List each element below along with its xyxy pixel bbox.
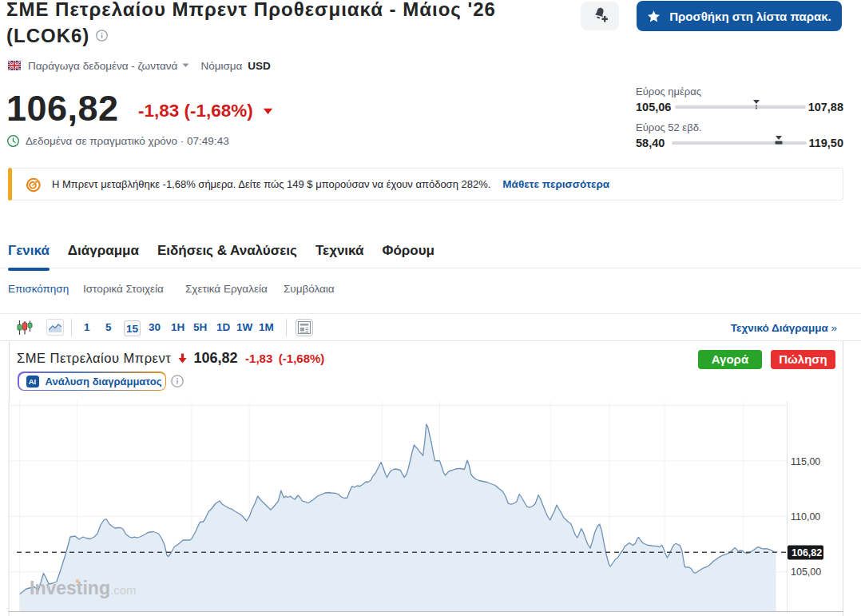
svg-text:115,00: 115,00 bbox=[791, 456, 820, 467]
svg-text:106,82: 106,82 bbox=[792, 547, 822, 558]
svg-text:105,00: 105,00 bbox=[791, 566, 821, 578]
svg-text:110,00: 110,00 bbox=[791, 511, 820, 523]
